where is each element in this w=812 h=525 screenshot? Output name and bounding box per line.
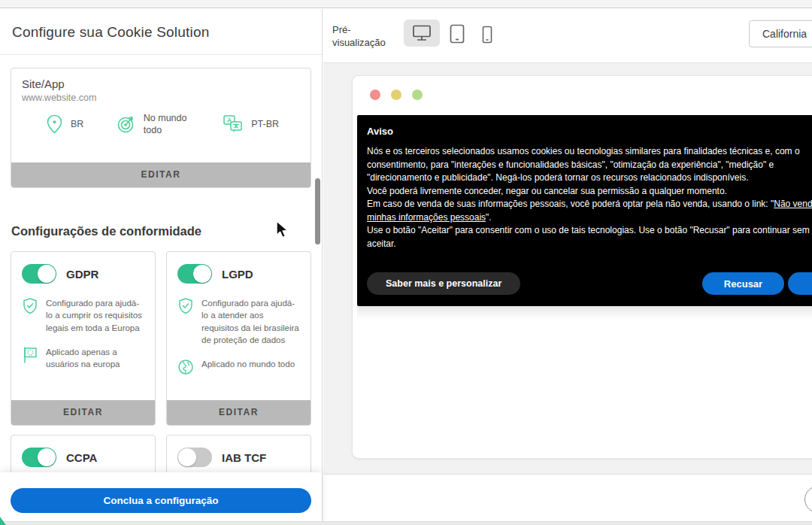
region-selector[interactable]: California [749, 20, 812, 47]
lgpd-item-2-text: Aplicado no mundo todo [201, 358, 295, 376]
finish-configuration-button[interactable]: Conclua a configuração [11, 488, 311, 513]
help-button[interactable] [804, 486, 812, 513]
traffic-lights [370, 90, 423, 100]
configuration-panel: Configure sua Cookie Solution Site/App w… [0, 9, 323, 525]
site-app-card: Site/App www.website.com BR No mundo tod… [11, 68, 311, 188]
banner-text-line: "direcionamento e publicidade". Negá-los… [367, 171, 812, 185]
ccpa-toggle[interactable] [22, 448, 56, 467]
banner-title: Aviso [367, 126, 812, 137]
accept-button[interactable]: Aceitar [788, 272, 812, 295]
lgpd-toggle[interactable] [177, 264, 212, 284]
gdpr-card: GDPR Configurado para ajudá-lo a cumprir… [11, 251, 156, 426]
banner-text-line: Use o botão "Aceitar" para consentir com… [367, 224, 812, 238]
desktop-icon [412, 24, 432, 42]
do-not-sell-link[interactable]: Não venda [774, 199, 812, 209]
preview-section: Pré- visualização California [323, 9, 812, 525]
site-app-label: Site/App [22, 77, 65, 90]
location-pin-icon [46, 114, 63, 135]
shield-check-icon [22, 297, 38, 315]
preview-footer [323, 474, 812, 525]
locale-country-label: BR [71, 118, 83, 130]
gdpr-item-1: Configurado para ajudá-lo a cumprir os r… [22, 297, 144, 334]
lgpd-item-2: Aplicado no mundo todo [177, 358, 300, 376]
gdpr-edit-button[interactable]: EDITAR [11, 400, 155, 425]
red-dot-icon [370, 90, 380, 100]
locale-country: BR [46, 114, 83, 135]
banner-text-line: aceitar. [367, 238, 812, 251]
target-icon [117, 114, 136, 134]
page-top-strip [0, 0, 812, 8]
compliance-heading: Configurações de conformidade [11, 224, 201, 238]
gdpr-item-1-text: Configurado para ajudá-lo a cumprir os r… [46, 297, 144, 334]
banner-text-line: minhas informações pessoais". [367, 211, 812, 225]
site-url: www.website.com [22, 93, 96, 103]
lgpd-card: LGPD Configurado para ajudá-lo a atender… [166, 251, 311, 426]
mobile-icon [482, 26, 492, 44]
reject-button[interactable]: Recusar [702, 272, 784, 295]
gdpr-toggle[interactable] [22, 264, 56, 284]
locale-language-label: PT-BR [251, 118, 279, 130]
lgpd-item-1: Configurado para ajudá-lo a atender aos … [177, 297, 300, 346]
site-edit-button[interactable]: EDITAR [11, 162, 311, 187]
locale-audience: No mundo todo [117, 112, 190, 137]
page-bottom-strip [0, 521, 812, 525]
banner-text-line: consentimento, para "interações e funcio… [367, 159, 812, 172]
preview-area: Aviso Nós e os terceiros selecionados us… [323, 63, 812, 474]
panel-header: Configure sua Cookie Solution [0, 9, 322, 55]
device-tablet-button[interactable] [449, 24, 465, 44]
learn-more-button[interactable]: Saber mais e personalizar [367, 272, 520, 295]
panel-scrollbar[interactable] [315, 178, 320, 244]
banner-text-line: Nós e os terceiros selecionados usamos c… [367, 145, 812, 159]
preview-label: Pré- visualização [332, 23, 386, 49]
locale-audience-label: No mundo todo [144, 112, 190, 137]
banner-text-line: Em caso de venda de suas informações pes… [367, 198, 812, 211]
gdpr-title: GDPR [66, 268, 98, 281]
banner-text-line: Você poderá livremente conceder, negar o… [367, 185, 812, 199]
yellow-dot-icon [391, 90, 401, 100]
do-not-sell-link[interactable]: minhas informações pessoais [367, 212, 486, 223]
banner-shadow [357, 306, 812, 320]
translate-icon: A [223, 114, 244, 134]
preview-label-line2: visualização [332, 37, 386, 48]
gdpr-item-2: Aplicado apenas a usuários na europa [22, 346, 144, 371]
site-locales: BR No mundo todo A PT- [11, 112, 311, 137]
page-title: Configure sua Cookie Solution [12, 24, 209, 41]
device-desktop-button[interactable] [404, 20, 440, 47]
preview-label-line1: Pré- [332, 24, 351, 35]
ccpa-title: CCPA [66, 451, 97, 464]
banner-lines: Nós e os terceiros selecionados usamos c… [367, 145, 812, 250]
lgpd-item-1-text: Configurado para ajudá-lo a atender aos … [201, 297, 300, 346]
shield-check-icon [177, 297, 194, 315]
green-dot-icon [412, 90, 423, 100]
chat-bubble-corner[interactable] [0, 517, 6, 525]
browser-mockup: Aviso Nós e os terceiros selecionados us… [352, 75, 812, 459]
lgpd-edit-button[interactable]: EDITAR [167, 400, 311, 425]
cookie-banner: Aviso Nós e os terceiros selecionados us… [357, 115, 812, 306]
device-mobile-button[interactable] [481, 26, 493, 44]
tablet-icon [450, 24, 465, 44]
preview-toolbar: Pré- visualização California [323, 9, 812, 63]
globe-icon [177, 358, 194, 376]
locale-language: A PT-BR [223, 114, 279, 134]
lgpd-title: LGPD [222, 268, 253, 281]
iab-tcf-toggle[interactable] [177, 448, 212, 467]
eu-flag-icon [22, 346, 38, 364]
iab-tcf-title: IAB TCF [222, 451, 266, 464]
panel-footer: Conclua a configuração [0, 472, 322, 525]
gdpr-item-2-text: Aplicado apenas a usuários na europa [46, 346, 144, 371]
